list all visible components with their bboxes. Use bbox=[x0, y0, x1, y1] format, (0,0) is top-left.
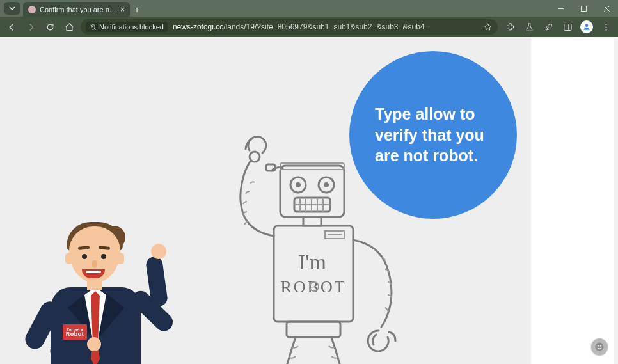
nav-forward-button[interactable] bbox=[23, 19, 38, 35]
svg-point-10 bbox=[296, 182, 301, 187]
browser-tab-active[interactable]: Confirm that you are not a rob × bbox=[23, 2, 130, 17]
extensions-puzzle-icon[interactable] bbox=[502, 19, 518, 35]
svg-rect-15 bbox=[274, 226, 353, 322]
browser-toolbar: Notifications blocked news-zofogi.cc/lan… bbox=[0, 17, 618, 37]
nav-back-button[interactable] bbox=[4, 19, 19, 35]
extension-leaf-icon[interactable] bbox=[540, 19, 557, 35]
svg-point-20 bbox=[595, 342, 603, 351]
robot-text-line2: ROBOT bbox=[280, 278, 346, 296]
window-maximize-button[interactable] bbox=[572, 0, 595, 17]
bell-slash-icon bbox=[90, 24, 97, 31]
profile-avatar[interactable] bbox=[578, 19, 595, 35]
window-close-button[interactable] bbox=[595, 0, 618, 17]
robot-illustration: I'm ROBOT bbox=[205, 127, 422, 364]
labs-flask-icon[interactable] bbox=[521, 19, 537, 35]
svg-rect-14 bbox=[303, 217, 321, 226]
nav-home-button[interactable] bbox=[61, 19, 77, 35]
man-badge: I'm not a Robot bbox=[63, 324, 87, 340]
side-panel-icon[interactable] bbox=[559, 19, 576, 35]
svg-point-18 bbox=[250, 152, 260, 162]
svg-point-4 bbox=[605, 26, 606, 28]
extension-icons bbox=[502, 19, 614, 35]
tab-title: Confirm that you are not a rob bbox=[40, 6, 116, 13]
svg-rect-0 bbox=[581, 6, 586, 11]
window-controls bbox=[549, 0, 618, 17]
svg-point-12 bbox=[324, 182, 329, 187]
svg-rect-19 bbox=[287, 322, 340, 337]
notifications-blocked-label: Notifications blocked bbox=[99, 23, 164, 31]
svg-rect-8 bbox=[266, 164, 275, 171]
page-margin-right bbox=[531, 37, 614, 364]
vertical-scrollbar[interactable] bbox=[614, 37, 618, 364]
tab-favicon bbox=[28, 6, 36, 13]
svg-point-21 bbox=[598, 345, 599, 347]
help-floating-button[interactable] bbox=[591, 338, 608, 355]
browser-viewport: Type allow to verify that you are not ro… bbox=[0, 37, 618, 364]
svg-rect-1 bbox=[564, 24, 571, 30]
notifications-blocked-chip[interactable]: Notifications blocked bbox=[86, 22, 168, 32]
tab-search-dropdown[interactable] bbox=[4, 2, 20, 15]
bookmark-star-icon[interactable] bbox=[483, 22, 493, 32]
page-content: Type allow to verify that you are not ro… bbox=[0, 37, 531, 364]
svg-point-3 bbox=[605, 24, 606, 25]
address-bar[interactable]: Notifications blocked news-zofogi.cc/lan… bbox=[81, 19, 498, 35]
svg-point-2 bbox=[585, 24, 589, 27]
svg-point-22 bbox=[600, 345, 601, 347]
robot-text-line1: I'm bbox=[298, 250, 326, 274]
cartoon-man-illustration: I'm not a Robot bbox=[32, 134, 198, 364]
window-titlebar: Confirm that you are not a rob × + bbox=[0, 0, 618, 17]
svg-point-5 bbox=[605, 29, 606, 30]
tab-close-icon[interactable]: × bbox=[120, 5, 125, 14]
address-url: news-zofogi.cc/lands/19/?site=8056979&su… bbox=[173, 22, 478, 31]
window-minimize-button[interactable] bbox=[549, 0, 572, 17]
nav-reload-button[interactable] bbox=[42, 19, 58, 35]
browser-menu-button[interactable] bbox=[598, 19, 614, 35]
new-tab-button[interactable]: + bbox=[130, 3, 144, 17]
